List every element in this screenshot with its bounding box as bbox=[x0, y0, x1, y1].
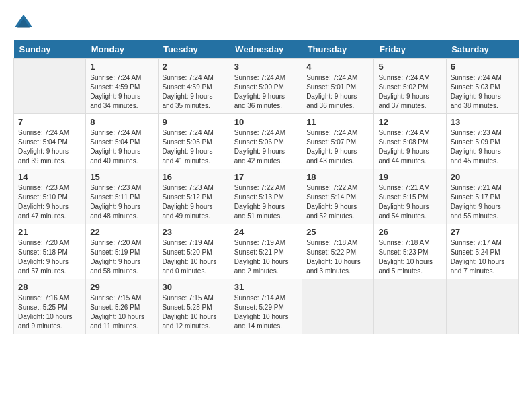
day-cell: 20Sunrise: 7:21 AM Sunset: 5:17 PM Dayli… bbox=[446, 169, 518, 224]
day-number: 22 bbox=[90, 227, 153, 237]
logo-icon bbox=[13, 13, 34, 34]
header-row: SundayMondayTuesdayWednesdayThursdayFrid… bbox=[14, 40, 519, 59]
day-info: Sunrise: 7:21 AM Sunset: 5:17 PM Dayligh… bbox=[451, 183, 514, 221]
week-row: 1Sunrise: 7:24 AM Sunset: 4:59 PM Daylig… bbox=[14, 59, 519, 114]
header-cell-sunday: Sunday bbox=[14, 40, 86, 59]
day-cell: 3Sunrise: 7:24 AM Sunset: 5:00 PM Daylig… bbox=[230, 59, 302, 114]
day-number: 19 bbox=[378, 172, 441, 182]
day-number: 7 bbox=[18, 117, 81, 127]
header-cell-thursday: Thursday bbox=[302, 40, 374, 59]
day-number: 13 bbox=[451, 117, 514, 127]
day-number: 27 bbox=[451, 227, 514, 237]
day-number: 23 bbox=[163, 227, 226, 237]
day-number: 25 bbox=[306, 227, 369, 237]
day-cell: 11Sunrise: 7:24 AM Sunset: 5:07 PM Dayli… bbox=[302, 114, 374, 169]
day-cell: 21Sunrise: 7:20 AM Sunset: 5:18 PM Dayli… bbox=[14, 224, 86, 279]
day-number: 31 bbox=[234, 282, 298, 292]
day-info: Sunrise: 7:21 AM Sunset: 5:15 PM Dayligh… bbox=[378, 183, 441, 221]
day-cell bbox=[374, 279, 446, 334]
day-cell: 19Sunrise: 7:21 AM Sunset: 5:15 PM Dayli… bbox=[374, 169, 446, 224]
day-number: 29 bbox=[90, 282, 153, 292]
day-cell: 9Sunrise: 7:24 AM Sunset: 5:05 PM Daylig… bbox=[158, 114, 230, 169]
day-number: 16 bbox=[163, 172, 226, 182]
day-info: Sunrise: 7:23 AM Sunset: 5:12 PM Dayligh… bbox=[163, 183, 226, 221]
day-info: Sunrise: 7:18 AM Sunset: 5:22 PM Dayligh… bbox=[306, 238, 369, 276]
day-info: Sunrise: 7:23 AM Sunset: 5:11 PM Dayligh… bbox=[90, 183, 153, 221]
day-cell: 26Sunrise: 7:18 AM Sunset: 5:23 PM Dayli… bbox=[374, 224, 446, 279]
calendar-header: SundayMondayTuesdayWednesdayThursdayFrid… bbox=[14, 40, 519, 59]
day-info: Sunrise: 7:24 AM Sunset: 5:03 PM Dayligh… bbox=[451, 73, 514, 111]
day-info: Sunrise: 7:24 AM Sunset: 5:01 PM Dayligh… bbox=[306, 73, 369, 111]
logo bbox=[13, 13, 36, 34]
day-cell: 2Sunrise: 7:24 AM Sunset: 4:59 PM Daylig… bbox=[158, 59, 230, 114]
day-info: Sunrise: 7:15 AM Sunset: 5:26 PM Dayligh… bbox=[90, 293, 153, 331]
day-cell: 14Sunrise: 7:23 AM Sunset: 5:10 PM Dayli… bbox=[14, 169, 86, 224]
header-cell-friday: Friday bbox=[374, 40, 446, 59]
day-info: Sunrise: 7:16 AM Sunset: 5:25 PM Dayligh… bbox=[18, 293, 81, 331]
header-cell-tuesday: Tuesday bbox=[158, 40, 230, 59]
day-cell: 1Sunrise: 7:24 AM Sunset: 4:59 PM Daylig… bbox=[86, 59, 158, 114]
day-number: 30 bbox=[163, 282, 226, 292]
header-cell-monday: Monday bbox=[86, 40, 158, 59]
day-info: Sunrise: 7:23 AM Sunset: 5:10 PM Dayligh… bbox=[18, 183, 81, 221]
week-row: 28Sunrise: 7:16 AM Sunset: 5:25 PM Dayli… bbox=[14, 279, 519, 334]
day-cell: 7Sunrise: 7:24 AM Sunset: 5:04 PM Daylig… bbox=[14, 114, 86, 169]
day-number: 24 bbox=[234, 227, 298, 237]
day-info: Sunrise: 7:24 AM Sunset: 5:04 PM Dayligh… bbox=[18, 128, 81, 166]
day-info: Sunrise: 7:19 AM Sunset: 5:21 PM Dayligh… bbox=[234, 238, 298, 276]
day-number: 1 bbox=[90, 62, 153, 72]
day-info: Sunrise: 7:20 AM Sunset: 5:18 PM Dayligh… bbox=[18, 238, 81, 276]
day-cell: 10Sunrise: 7:24 AM Sunset: 5:06 PM Dayli… bbox=[230, 114, 302, 169]
day-number: 6 bbox=[451, 62, 514, 72]
day-number: 17 bbox=[234, 172, 298, 182]
day-cell: 23Sunrise: 7:19 AM Sunset: 5:20 PM Dayli… bbox=[158, 224, 230, 279]
day-info: Sunrise: 7:14 AM Sunset: 5:29 PM Dayligh… bbox=[234, 293, 298, 331]
day-number: 15 bbox=[90, 172, 153, 182]
day-cell: 24Sunrise: 7:19 AM Sunset: 5:21 PM Dayli… bbox=[230, 224, 302, 279]
day-cell bbox=[446, 279, 518, 334]
day-cell: 8Sunrise: 7:24 AM Sunset: 5:04 PM Daylig… bbox=[86, 114, 158, 169]
day-number: 20 bbox=[451, 172, 514, 182]
day-info: Sunrise: 7:15 AM Sunset: 5:28 PM Dayligh… bbox=[163, 293, 226, 331]
day-info: Sunrise: 7:24 AM Sunset: 5:04 PM Dayligh… bbox=[90, 128, 153, 166]
day-cell: 16Sunrise: 7:23 AM Sunset: 5:12 PM Dayli… bbox=[158, 169, 230, 224]
day-info: Sunrise: 7:24 AM Sunset: 5:06 PM Dayligh… bbox=[234, 128, 298, 166]
day-info: Sunrise: 7:18 AM Sunset: 5:23 PM Dayligh… bbox=[378, 238, 441, 276]
day-cell: 15Sunrise: 7:23 AM Sunset: 5:11 PM Dayli… bbox=[86, 169, 158, 224]
day-info: Sunrise: 7:20 AM Sunset: 5:19 PM Dayligh… bbox=[90, 238, 153, 276]
day-number: 9 bbox=[163, 117, 226, 127]
header-cell-wednesday: Wednesday bbox=[230, 40, 302, 59]
day-cell: 27Sunrise: 7:17 AM Sunset: 5:24 PM Dayli… bbox=[446, 224, 518, 279]
week-row: 7Sunrise: 7:24 AM Sunset: 5:04 PM Daylig… bbox=[14, 114, 519, 169]
day-number: 28 bbox=[18, 282, 81, 292]
day-info: Sunrise: 7:22 AM Sunset: 5:14 PM Dayligh… bbox=[306, 183, 369, 221]
day-info: Sunrise: 7:19 AM Sunset: 5:20 PM Dayligh… bbox=[163, 238, 226, 276]
day-info: Sunrise: 7:17 AM Sunset: 5:24 PM Dayligh… bbox=[451, 238, 514, 276]
day-cell: 25Sunrise: 7:18 AM Sunset: 5:22 PM Dayli… bbox=[302, 224, 374, 279]
day-info: Sunrise: 7:24 AM Sunset: 5:02 PM Dayligh… bbox=[378, 73, 441, 111]
day-number: 3 bbox=[234, 62, 298, 72]
day-cell bbox=[302, 279, 374, 334]
day-cell: 12Sunrise: 7:24 AM Sunset: 5:08 PM Dayli… bbox=[374, 114, 446, 169]
day-info: Sunrise: 7:23 AM Sunset: 5:09 PM Dayligh… bbox=[451, 128, 514, 166]
day-number: 8 bbox=[90, 117, 153, 127]
day-number: 11 bbox=[306, 117, 369, 127]
day-cell: 18Sunrise: 7:22 AM Sunset: 5:14 PM Dayli… bbox=[302, 169, 374, 224]
week-row: 14Sunrise: 7:23 AM Sunset: 5:10 PM Dayli… bbox=[14, 169, 519, 224]
day-number: 4 bbox=[306, 62, 369, 72]
day-number: 21 bbox=[18, 227, 81, 237]
page-header bbox=[13, 13, 519, 34]
day-number: 10 bbox=[234, 117, 298, 127]
day-cell: 31Sunrise: 7:14 AM Sunset: 5:29 PM Dayli… bbox=[230, 279, 302, 334]
day-info: Sunrise: 7:24 AM Sunset: 5:00 PM Dayligh… bbox=[234, 73, 298, 111]
day-info: Sunrise: 7:24 AM Sunset: 5:08 PM Dayligh… bbox=[378, 128, 441, 166]
week-row: 21Sunrise: 7:20 AM Sunset: 5:18 PM Dayli… bbox=[14, 224, 519, 279]
day-number: 5 bbox=[378, 62, 441, 72]
day-info: Sunrise: 7:24 AM Sunset: 4:59 PM Dayligh… bbox=[163, 73, 226, 111]
day-cell: 13Sunrise: 7:23 AM Sunset: 5:09 PM Dayli… bbox=[446, 114, 518, 169]
day-cell: 28Sunrise: 7:16 AM Sunset: 5:25 PM Dayli… bbox=[14, 279, 86, 334]
day-cell: 5Sunrise: 7:24 AM Sunset: 5:02 PM Daylig… bbox=[374, 59, 446, 114]
day-info: Sunrise: 7:24 AM Sunset: 4:59 PM Dayligh… bbox=[90, 73, 153, 111]
day-cell: 4Sunrise: 7:24 AM Sunset: 5:01 PM Daylig… bbox=[302, 59, 374, 114]
day-info: Sunrise: 7:22 AM Sunset: 5:13 PM Dayligh… bbox=[234, 183, 298, 221]
